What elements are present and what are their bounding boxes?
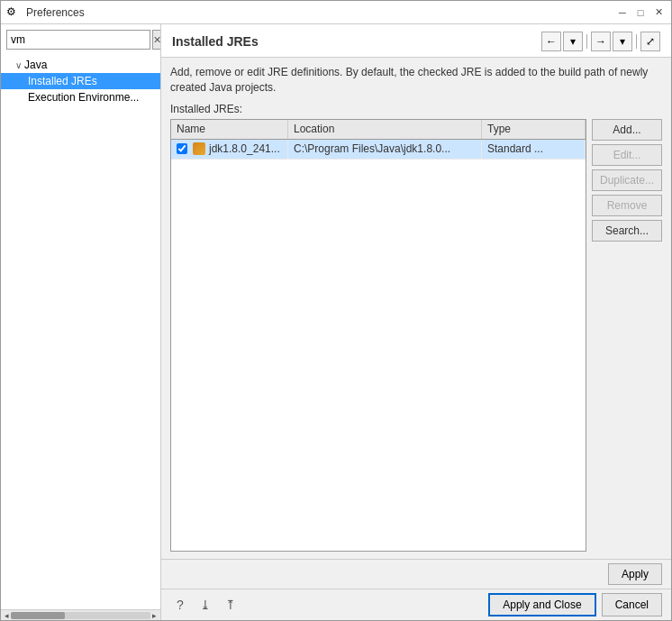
search-input[interactable] — [6, 30, 150, 50]
remove-button[interactable]: Remove — [592, 195, 662, 216]
jre-side-buttons: Add... Edit... Duplicate... Remove Searc… — [592, 119, 662, 552]
search-button[interactable]: Search... — [592, 220, 662, 242]
minimize-button[interactable]: ─ — [615, 5, 630, 20]
tree-label-java: Java — [24, 59, 47, 71]
toolbar-separator-2 — [636, 34, 637, 49]
cell-location: C:\Program Files\Java\jdk1.8.0... — [288, 140, 482, 159]
description-text: Add, remove or edit JRE definitions. By … — [170, 65, 662, 96]
sidebar-scrollbar[interactable]: ◂ ▸ — [1, 609, 160, 620]
help-icon[interactable]: ? — [170, 595, 190, 615]
panel-body: Add, remove or edit JRE definitions. By … — [161, 58, 671, 559]
edit-button[interactable]: Edit... — [592, 144, 662, 166]
jre-table-area: Name Location Type jdk1.8.0_241... — [170, 119, 662, 552]
scroll-right-arrow[interactable]: ▸ — [150, 611, 159, 620]
close-button[interactable]: ✕ — [651, 5, 666, 20]
apply-row: Apply — [161, 560, 671, 589]
panel-toolbar: ← ▾ → ▾ ⤢ — [541, 32, 660, 51]
action-row: ? ⤓ ⤒ Apply and Close Cancel — [161, 589, 671, 620]
apply-button[interactable]: Apply — [608, 563, 662, 585]
bottom-bar: Apply ? ⤓ ⤒ Apply and Close Cancel — [161, 559, 671, 620]
col-header-location[interactable]: Location — [288, 120, 482, 139]
duplicate-button[interactable]: Duplicate... — [592, 169, 662, 191]
back-button[interactable]: ← — [541, 32, 561, 51]
forward-button[interactable]: → — [591, 32, 611, 51]
export-icon[interactable]: ⤓ — [195, 595, 215, 615]
maximize-button[interactable]: □ — [633, 5, 648, 20]
col-header-name[interactable]: Name — [171, 120, 288, 139]
panel-title: Installed JREs — [172, 34, 259, 49]
sidebar: ✕ ∨ Java Installed JREs Execution Enviro… — [1, 24, 161, 620]
search-box-wrap: ✕ — [1, 24, 160, 53]
bottom-right-buttons: Apply and Close Cancel — [488, 593, 662, 616]
app-icon: ⚙ — [6, 5, 21, 20]
tree-item-execution-env[interactable]: Execution Environme... — [1, 89, 160, 105]
title-bar: ⚙ Preferences ─ □ ✕ — [1, 1, 671, 24]
back-arrow-icon: ← — [546, 35, 557, 48]
toolbar-separator — [586, 34, 587, 49]
jre-icon — [193, 142, 205, 155]
jre-table-body: jdk1.8.0_241... C:\Program Files\Java\jd… — [171, 140, 586, 551]
tree-label-execution-env: Execution Environme... — [28, 91, 139, 104]
bottom-left-icons: ? ⤓ ⤒ — [170, 595, 241, 615]
scrollbar-track — [11, 612, 150, 619]
jre-table: Name Location Type jdk1.8.0_241... — [170, 119, 586, 552]
jre-checkbox[interactable] — [177, 143, 187, 154]
expand-icon: ⤢ — [646, 35, 655, 48]
import-icon[interactable]: ⤒ — [221, 595, 241, 615]
add-button[interactable]: Add... — [592, 119, 662, 141]
jre-table-header: Name Location Type — [171, 120, 586, 140]
content-area: ✕ ∨ Java Installed JREs Execution Enviro… — [1, 24, 671, 620]
apply-and-close-button[interactable]: Apply and Close — [488, 593, 595, 616]
tree-arrow-java: ∨ — [15, 60, 22, 70]
jre-name-text: jdk1.8.0_241... — [209, 142, 280, 155]
tree-item-java[interactable]: ∨ Java — [1, 57, 160, 73]
col-header-type[interactable]: Type — [482, 120, 586, 139]
table-row[interactable]: jdk1.8.0_241... C:\Program Files\Java\jd… — [171, 140, 586, 160]
window-title: Preferences — [26, 6, 85, 19]
scrollbar-thumb[interactable] — [11, 612, 65, 619]
back-dropdown-button[interactable]: ▾ — [563, 32, 583, 51]
main-panel: Installed JREs ← ▾ → ▾ — [161, 24, 671, 620]
tree-area: ∨ Java Installed JREs Execution Environm… — [1, 53, 160, 609]
cell-type: Standard ... — [482, 140, 586, 159]
tree-label-installed-jres: Installed JREs — [28, 75, 97, 87]
window-controls: ─ □ ✕ — [615, 5, 666, 20]
expand-button[interactable]: ⤢ — [640, 32, 660, 51]
installed-jres-label: Installed JREs: — [170, 103, 662, 115]
cancel-button[interactable]: Cancel — [602, 593, 662, 616]
forward-arrow-icon: → — [595, 35, 606, 48]
title-bar-left: ⚙ Preferences — [6, 5, 85, 20]
search-clear-button[interactable]: ✕ — [152, 30, 161, 50]
forward-dropdown-button[interactable]: ▾ — [613, 32, 632, 51]
tree-item-installed-jres[interactable]: Installed JREs — [1, 73, 160, 89]
back-dropdown-icon: ▾ — [570, 35, 576, 48]
scroll-left-arrow[interactable]: ◂ — [3, 611, 11, 620]
panel-header: Installed JREs ← ▾ → ▾ — [161, 24, 671, 58]
preferences-window: ⚙ Preferences ─ □ ✕ ✕ ∨ Java Installed J… — [0, 0, 672, 621]
cell-name: jdk1.8.0_241... — [171, 140, 288, 159]
forward-dropdown-icon: ▾ — [620, 35, 625, 48]
